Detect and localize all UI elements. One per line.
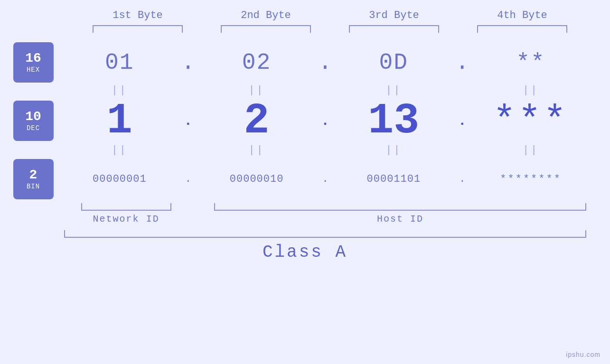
class-bracket <box>64 230 586 238</box>
bin-badge-col: 2 BIN <box>9 159 57 199</box>
dec-val-4: *** <box>475 99 586 142</box>
host-id-label-col: Host ID <box>214 214 586 224</box>
hex-badge-number: 16 <box>25 51 41 66</box>
byte-header-2: 2nd Byte <box>202 9 330 33</box>
host-id-bracket <box>214 203 586 211</box>
hex-badge: 16 HEX <box>13 42 54 83</box>
byte-4-label: 4th Byte <box>497 9 547 21</box>
hex-row: 16 HEX 01 . 02 . 0D . ** <box>9 42 586 83</box>
byte-headers: 1st Byte 2nd Byte 3rd Byte 4th Byte <box>74 9 586 33</box>
bin-badge-label: BIN <box>27 183 40 190</box>
dec-dot-2: . <box>312 113 338 129</box>
hex-badge-label: HEX <box>27 66 40 74</box>
bin-dot-3: . <box>449 173 475 185</box>
main-layout: 1st Byte 2nd Byte 3rd Byte 4th Byte 16 H… <box>0 0 610 364</box>
hex-badge-col: 16 HEX <box>9 42 57 83</box>
network-id-bracket <box>81 203 171 211</box>
hex-values: 01 . 02 . 0D . ** <box>64 50 586 75</box>
byte-header-1: 1st Byte <box>74 9 202 33</box>
hex-val-1: 01 <box>64 50 175 75</box>
network-id-label: Network ID <box>93 214 160 224</box>
byte-3-label: 3rd Byte <box>369 9 419 21</box>
byte-2-bracket <box>221 25 311 33</box>
hex-val-2: 02 <box>201 50 312 75</box>
hex-dot-2: . <box>312 50 338 75</box>
class-label: Class A <box>263 243 347 262</box>
dec-badge-col: 10 DEC <box>9 101 57 141</box>
equals-row-1: || || || || <box>64 84 586 96</box>
dec-row: 10 DEC 1 . 2 . 13 . *** <box>9 99 586 142</box>
bin-dot-1: . <box>175 173 201 185</box>
byte-header-3: 3rd Byte <box>330 9 458 33</box>
bin-badge: 2 BIN <box>13 159 54 199</box>
bin-val-2: 00000010 <box>201 173 312 185</box>
eq1-col1: || <box>64 84 175 96</box>
dec-val-2: 2 <box>201 100 312 142</box>
dec-val-1: 1 <box>64 100 175 142</box>
byte-1-label: 1st Byte <box>113 9 163 21</box>
id-brackets <box>64 203 586 211</box>
bin-row: 2 BIN 00000001 . 00000010 . 00001101 . <box>9 159 586 199</box>
dec-dot-3: . <box>449 113 475 129</box>
byte-header-4: 4th Byte <box>458 9 586 33</box>
bin-val-3: 00001101 <box>338 173 450 185</box>
eq2-col1: || <box>64 144 175 156</box>
network-id-label-col: Network ID <box>64 214 188 224</box>
equals-row-2: || || || || <box>64 144 586 156</box>
bin-dot-2: . <box>312 173 338 185</box>
dec-badge-number: 10 <box>25 110 41 124</box>
class-label-container: Class A <box>0 243 610 262</box>
eq2-col3: || <box>338 144 450 156</box>
dec-badge-label: DEC <box>27 124 40 132</box>
byte-3-bracket <box>349 25 439 33</box>
hex-val-3: 0D <box>338 50 450 75</box>
bin-val-1: 00000001 <box>64 173 175 185</box>
dec-val-3: 13 <box>338 100 450 142</box>
dec-badge: 10 DEC <box>13 101 54 141</box>
hex-dot-1: . <box>175 50 201 75</box>
bin-values: 00000001 . 00000010 . 00001101 . *******… <box>64 173 586 185</box>
bin-val-4: ******** <box>475 173 586 185</box>
network-bracket-container <box>64 203 188 211</box>
hex-val-4: ** <box>475 50 586 75</box>
eq2-col4: || <box>475 144 586 156</box>
hex-dot-3: . <box>449 50 475 75</box>
dec-values: 1 . 2 . 13 . *** <box>64 99 586 142</box>
byte-4-bracket <box>477 25 567 33</box>
watermark: ipshu.com <box>566 351 601 358</box>
class-bracket-container <box>64 230 586 238</box>
eq1-col4: || <box>475 84 586 96</box>
byte-1-bracket <box>93 25 183 33</box>
dec-dot-1: . <box>175 113 201 129</box>
byte-2-label: 2nd Byte <box>241 9 291 21</box>
host-id-label: Host ID <box>377 214 423 224</box>
id-labels: Network ID Host ID <box>64 214 586 224</box>
host-bracket-container <box>214 203 586 211</box>
eq2-col2: || <box>201 144 312 156</box>
bin-badge-number: 2 <box>29 168 38 183</box>
eq1-col2: || <box>201 84 312 96</box>
eq1-col3: || <box>338 84 450 96</box>
